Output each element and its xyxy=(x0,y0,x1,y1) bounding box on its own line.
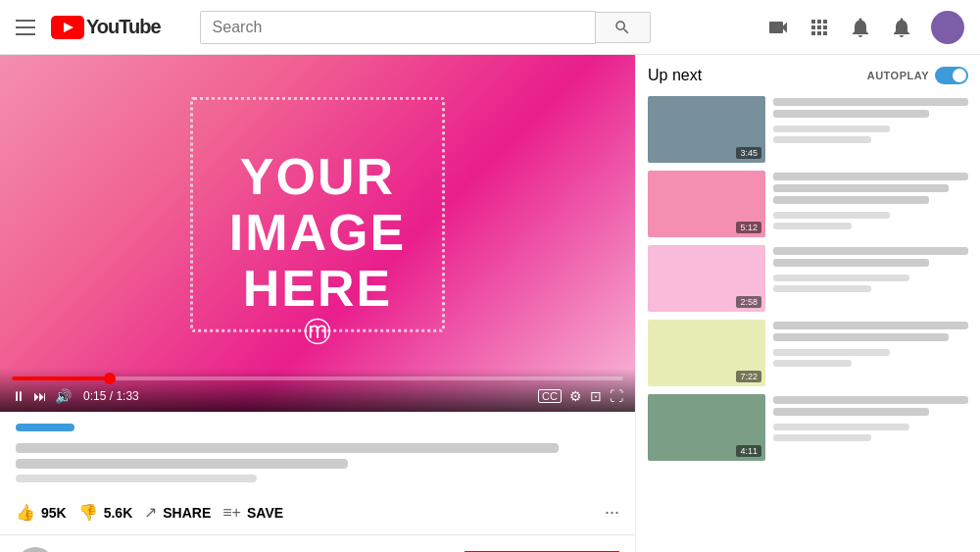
rec-title-2c xyxy=(773,196,929,204)
rec-thumb-2: 5:12 xyxy=(648,171,765,237)
rec-meta-5b xyxy=(773,434,871,441)
video-title-line-1 xyxy=(16,443,559,453)
progress-fill xyxy=(12,376,110,380)
rec-info-4 xyxy=(773,320,968,386)
rec-title-4a xyxy=(773,322,968,329)
video-actions: 👍 95K 👎 5.6K ↗ SHARE ≡+ SAVE ··· xyxy=(0,494,635,535)
watermark-icon: ⓜ xyxy=(304,314,331,351)
subtitles-button[interactable]: CC xyxy=(538,389,562,403)
rec-title-2a xyxy=(773,173,968,180)
like-icon: 👍 xyxy=(16,503,35,522)
rec-meta-4a xyxy=(773,349,890,356)
header-icons xyxy=(766,11,964,44)
bell-button[interactable] xyxy=(890,16,913,39)
apps-button[interactable] xyxy=(808,16,831,39)
rec-title-1b xyxy=(773,110,929,118)
rec-badge-2: 5:12 xyxy=(736,222,761,233)
bell-icon xyxy=(890,16,913,39)
rec-meta-4b xyxy=(773,360,852,367)
camera-button[interactable] xyxy=(766,16,790,39)
youtube-logo-text: YouTube xyxy=(86,16,161,38)
save-button[interactable]: ≡+ SAVE xyxy=(222,504,295,522)
apps-icon xyxy=(808,16,831,39)
skip-button[interactable]: ⏭ xyxy=(33,388,47,404)
time-display: 0:15 / 1:33 xyxy=(83,389,139,403)
share-button[interactable]: ↗ SHARE xyxy=(144,503,222,522)
save-label: SAVE xyxy=(247,505,283,521)
rec-meta-1a xyxy=(773,125,890,132)
rec-meta-3b xyxy=(773,285,871,292)
rec-title-5a xyxy=(773,396,968,404)
rec-meta-2b xyxy=(773,223,852,229)
video-placeholder-text: YOUR IMAGE HERE xyxy=(229,149,406,318)
rec-thumb-4: 7:22 xyxy=(648,320,765,386)
rec-thumb-5: 4:11 xyxy=(648,394,765,461)
video-title-line-2 xyxy=(16,459,348,469)
progress-dot xyxy=(104,373,116,384)
video-meta-line xyxy=(16,475,257,482)
header-left: YouTube xyxy=(16,16,161,39)
channel-row: ✓ SUBSCRIBE 1.5M xyxy=(0,535,635,552)
rec-info-3 xyxy=(773,245,968,312)
dislike-count: 5.6K xyxy=(104,505,133,521)
dislike-icon: 👎 xyxy=(78,503,98,522)
rec-badge-5: 4:11 xyxy=(736,445,761,457)
video-category-tag xyxy=(16,424,74,431)
rec-meta-1b xyxy=(773,136,871,143)
share-label: SHARE xyxy=(163,505,211,521)
controls-right: CC ⚙ ⊡ ⛶ xyxy=(538,388,623,404)
channel-avatar[interactable] xyxy=(16,547,55,552)
camera-icon xyxy=(766,16,790,39)
search-icon xyxy=(613,19,631,36)
video-controls: ⏸ ⏭ 🔊 0:15 / 1:33 CC ⚙ ⊡ ⛶ xyxy=(0,369,635,412)
up-next-label: Up next xyxy=(648,67,702,84)
like-count: 95K xyxy=(41,505,67,521)
rec-item-4[interactable]: 7:22 xyxy=(648,320,968,386)
progress-bar[interactable] xyxy=(12,376,623,380)
rec-item-5[interactable]: 4:11 xyxy=(648,394,968,461)
autoplay-row: AUTOPLAY xyxy=(867,67,968,84)
rec-badge-3: 2:58 xyxy=(736,296,761,308)
search-button[interactable] xyxy=(596,12,651,43)
youtube-apps-icon xyxy=(849,16,872,39)
rec-title-4b xyxy=(773,333,949,341)
save-icon: ≡+ xyxy=(222,504,241,522)
rec-title-1a xyxy=(773,98,968,106)
youtube-logo[interactable]: YouTube xyxy=(51,16,161,39)
autoplay-toggle[interactable] xyxy=(935,67,968,84)
rec-title-5b xyxy=(773,408,929,416)
miniplayer-button[interactable]: ⊡ xyxy=(590,388,602,404)
up-next-header: Up next AUTOPLAY xyxy=(648,67,968,84)
youtube-apps-button[interactable] xyxy=(849,16,872,39)
search-input-wrap xyxy=(200,11,596,44)
dislike-button[interactable]: 👎 5.6K xyxy=(78,503,145,522)
rec-title-3b xyxy=(773,259,929,267)
volume-button[interactable]: 🔊 xyxy=(55,388,72,404)
pause-button[interactable]: ⏸ xyxy=(12,388,25,404)
search-bar xyxy=(200,11,651,44)
share-icon: ↗ xyxy=(144,503,157,522)
user-avatar[interactable] xyxy=(931,11,964,44)
rec-meta-2a xyxy=(773,212,890,219)
search-input[interactable] xyxy=(201,12,595,43)
hamburger-menu[interactable] xyxy=(16,20,35,35)
rec-item-2[interactable]: 5:12 xyxy=(648,171,968,237)
rec-thumb-3: 2:58 xyxy=(648,245,765,312)
rec-item-1[interactable]: 3:45 xyxy=(648,96,968,163)
rec-badge-1: 3:45 xyxy=(736,147,761,159)
more-options-button[interactable]: ··· xyxy=(605,502,619,523)
toggle-knob xyxy=(953,69,966,82)
fullscreen-button[interactable]: ⛶ xyxy=(610,388,623,404)
rec-info-5 xyxy=(773,394,968,461)
settings-button[interactable]: ⚙ xyxy=(569,388,582,404)
video-section: YOUR IMAGE HERE ⓜ ⏸ ⏭ 🔊 0:15 / 1:33 xyxy=(0,55,635,552)
rec-info-1 xyxy=(773,96,968,163)
video-player[interactable]: YOUR IMAGE HERE ⓜ ⏸ ⏭ 🔊 0:15 / 1:33 xyxy=(0,55,635,412)
autoplay-label: AUTOPLAY xyxy=(867,70,929,81)
rec-meta-5a xyxy=(773,424,909,430)
sidebar: Up next AUTOPLAY 3:45 5:12 xyxy=(635,55,980,552)
like-button[interactable]: 👍 95K xyxy=(16,503,78,522)
controls-row: ⏸ ⏭ 🔊 0:15 / 1:33 CC ⚙ ⊡ ⛶ xyxy=(12,388,623,404)
header: YouTube xyxy=(0,0,980,55)
rec-item-3[interactable]: 2:58 xyxy=(648,245,968,312)
